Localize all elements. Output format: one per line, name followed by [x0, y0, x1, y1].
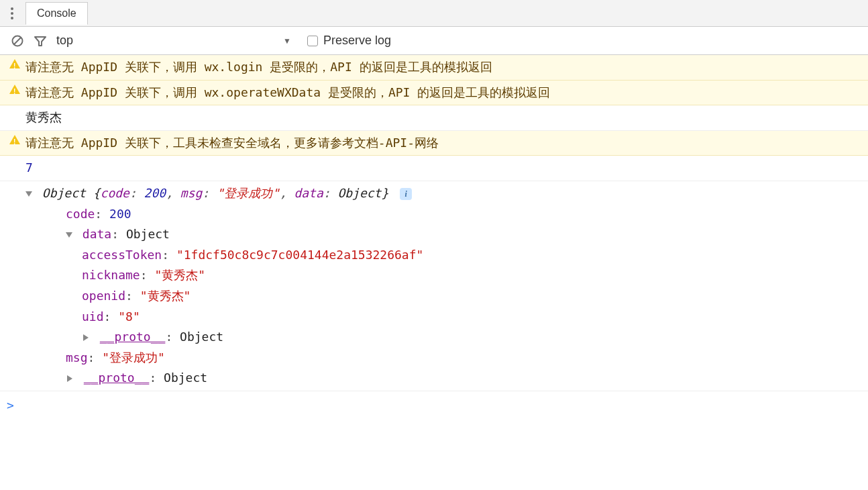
tab-console[interactable]: Console — [25, 2, 88, 25]
object-property[interactable]: data: Object — [13, 224, 170, 245]
warning-message: 请注意无 AppID 关联下，调用 wx.operateWXData 是受限的，… — [25, 83, 868, 103]
object-proto[interactable]: __proto__: Object — [13, 368, 207, 389]
warning-message: 请注意无 AppID 关联下，调用 wx.login 是受限的，API 的返回是… — [25, 57, 868, 78]
object-property[interactable]: code: 200 — [25, 204, 131, 225]
console-log-row[interactable]: 7 — [0, 156, 868, 181]
warning-message: 请注意无 AppID 关联下，工具未检查安全域名，更多请参考文档-API-网络 — [25, 133, 868, 154]
log-message: 黄秀杰 — [25, 107, 868, 128]
console-output: 请注意无 AppID 关联下，调用 wx.login 是受限的，API 的返回是… — [0, 55, 868, 420]
disclosure-triangle-icon[interactable] — [67, 375, 72, 382]
console-toolbar: top ▼ Preserve log — [0, 27, 868, 55]
disclosure-triangle-icon[interactable] — [25, 191, 32, 197]
log-number: 7 — [25, 158, 868, 179]
preserve-log-toggle[interactable]: Preserve log — [307, 34, 391, 48]
warning-icon — [9, 135, 20, 144]
warning-icon — [9, 59, 20, 68]
object-proto[interactable]: __proto__: Object — [13, 327, 223, 348]
prompt-chevron-icon: > — [7, 395, 14, 416]
chevron-down-icon: ▼ — [283, 36, 291, 46]
disclosure-triangle-icon[interactable] — [66, 232, 72, 238]
clear-console-icon[interactable] — [11, 34, 24, 48]
object-property[interactable]: msg: "登录成功" — [25, 348, 165, 369]
console-input-prompt[interactable]: > — [0, 391, 868, 420]
object-summary[interactable]: Object {code: 200, msg: "登录成功", data: Ob… — [42, 186, 396, 200]
console-object-row[interactable]: Object {code: 200, msg: "登录成功", data: Ob… — [0, 181, 868, 391]
context-label: top — [56, 34, 279, 48]
info-icon[interactable]: i — [400, 188, 412, 200]
tab-bar: Console — [0, 0, 868, 27]
console-warning-row[interactable]: 请注意无 AppID 关联下，调用 wx.operateWXData 是受限的，… — [0, 81, 868, 106]
context-selector[interactable]: top ▼ — [56, 34, 298, 48]
object-property[interactable]: uid: "8" — [25, 307, 140, 328]
warning-icon — [9, 85, 20, 94]
object-property[interactable]: accessToken: "1fdcf50c8c9c7c004144e2a153… — [25, 245, 423, 266]
kebab-menu-icon[interactable] — [4, 3, 20, 23]
filter-icon[interactable] — [34, 34, 47, 48]
preserve-log-checkbox[interactable] — [307, 36, 318, 46]
preserve-log-label: Preserve log — [323, 34, 391, 48]
object-property[interactable]: nickname: "黄秀杰" — [25, 265, 205, 286]
console-warning-row[interactable]: 请注意无 AppID 关联下，调用 wx.login 是受限的，API 的返回是… — [0, 55, 868, 81]
svg-line-1 — [14, 38, 21, 44]
console-warning-row[interactable]: 请注意无 AppID 关联下，工具未检查安全域名，更多请参考文档-API-网络 — [0, 131, 868, 156]
console-log-row[interactable]: 黄秀杰 — [0, 105, 868, 131]
object-property[interactable]: openid: "黄秀杰" — [25, 286, 191, 307]
disclosure-triangle-icon[interactable] — [83, 334, 89, 341]
